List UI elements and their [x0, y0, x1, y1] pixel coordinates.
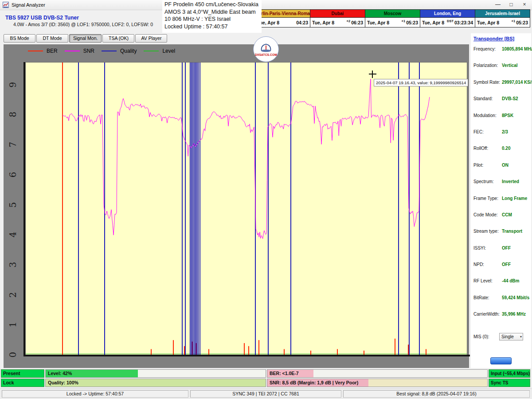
y-axis-label: 9 — [7, 79, 19, 90]
transponder-row: Spectrum:Inverted — [473, 179, 531, 196]
y-axis-label: 7 — [7, 139, 19, 150]
window-title: Signal Analyzer — [12, 0, 45, 10]
field-value: Transport — [502, 229, 522, 234]
clock-utc-offset: DST — [447, 19, 454, 23]
info-line-antenna: PF Prodelin 450 cm/Lučenec-Slovakia — [164, 1, 259, 8]
clock-date: Tue, Apr 8 — [312, 20, 334, 25]
clock-london-eng: London, EngTue, Apr 8DST03:23:34 — [420, 10, 475, 27]
field-label: FEC: — [473, 129, 502, 134]
transponder-row: Standard:DVB-S2 — [473, 96, 531, 113]
field-label: Standard: — [473, 96, 502, 101]
window-controls: — □ × — [491, 0, 531, 10]
satellite-dish-icon — [259, 43, 273, 53]
y-axis-label: 5 — [7, 199, 19, 211]
transponder-row: ISSYI:OFF — [473, 246, 531, 262]
status-progress-bar: SNR: 8,5 dB (Margin: 1,9 dB | Very Poor) — [267, 379, 488, 387]
logo-text: DXSATCS.COM — [255, 53, 277, 56]
legend-item-quality: Quality — [102, 48, 137, 54]
field-value: 59,424 Mbit/s — [502, 295, 529, 300]
legend-swatch — [65, 51, 80, 51]
y-axis-label: 3 — [7, 259, 19, 270]
status-row-2: Lock Quality: 100%SNR: 8,5 dB (Margin: 1… — [1, 379, 531, 387]
status-row2-bars: Quality: 100%SNR: 8,5 dB (Margin: 1,9 dB… — [45, 379, 488, 387]
title-bar: Signal Analyzer — □ × — [0, 0, 532, 10]
clock-date: Tue, Apr 8 — [367, 20, 389, 25]
mis-value: Single — [501, 333, 514, 340]
field-value: Inverted — [502, 179, 519, 184]
mis-row: MIS (0): Single ▾ — [473, 333, 523, 340]
transponder-row: RollOff:0.20 — [473, 146, 531, 162]
field-value: 8PSK — [502, 113, 513, 118]
transponder-row: Symbol Rate:29997,014 KS/s — [473, 80, 531, 96]
field-value: OFF — [502, 246, 511, 250]
tab-bs-mode[interactable]: BS Mode — [4, 34, 35, 43]
field-label: CarrierWidth: — [473, 312, 502, 317]
info-line-uptime: Locked Uptime : 57:40:57 — [164, 23, 259, 31]
clock-time: 05:23 — [516, 20, 528, 25]
field-label: Code Mode: — [473, 212, 502, 217]
field-label: BitRate: — [473, 295, 502, 300]
transponder-row: Frame Type:Long Frame — [473, 196, 531, 212]
tuner-subtitle: 4.0W - Amos 3/7 (ID: 3560) @ LOF1: 97500… — [13, 22, 153, 27]
mis-label: MIS (0): — [473, 334, 499, 339]
clock-utc-offset: +2 — [347, 19, 352, 23]
field-value: Long Frame — [502, 196, 527, 201]
sync-ts-lamp: Sync TS — [489, 379, 530, 387]
tab-dt-mode[interactable]: DT Mode — [36, 34, 68, 43]
clock-date: Tue, Apr 8 — [477, 20, 499, 25]
x-axis-line — [23, 355, 470, 356]
transponder-panel: Transponder [BS] Frequency:10805,894 MHz… — [471, 33, 531, 368]
field-label: ISSYI: — [473, 246, 502, 250]
antenna-info-block: PF Prodelin 450 cm/Lučenec-Slovakia AMOS… — [162, 0, 262, 33]
clock-time: 04:23 — [296, 20, 308, 25]
lock-lamp: Lock — [1, 379, 44, 387]
clock-time: 05:23 — [406, 20, 418, 25]
y-axis-label: 0 — [7, 349, 19, 360]
clock-city: Dubai — [310, 10, 365, 18]
field-label: RF Level: — [473, 278, 502, 283]
minimize-icon[interactable]: — — [491, 0, 505, 10]
info-line-frequency: 10 806 MHz-V : YES Israel — [164, 16, 259, 23]
tab-av-player[interactable]: AV Player — [135, 34, 167, 43]
transponder-row: CarrierWidth:35,996 MHz — [473, 312, 531, 328]
clock-berlin-paris-vienna-roma: Berlin-Paris-Vienna-RomaTue, Apr 804:23 — [255, 10, 310, 27]
legend-label: Level — [162, 48, 175, 54]
legend-label: BER — [47, 48, 58, 54]
clock-city: Jerusalem-Israel — [475, 10, 530, 18]
tuner-info: TBS 5927 USB DVB-S2 Tuner 4.0W - Amos 3/… — [5, 15, 153, 27]
maximize-icon[interactable]: □ — [505, 0, 518, 10]
tab-signal-mon[interactable]: Signal Mon. — [69, 34, 102, 43]
field-value: 29997,014 KS/s — [502, 80, 532, 85]
transponder-row: BitRate:59,424 Mbit/s — [473, 295, 531, 312]
signal-chart[interactable] — [26, 63, 467, 355]
legend-item-snr: SNR — [65, 48, 94, 54]
status-progress-label: SNR: 8,5 dB (Margin: 1,9 dB | Very Poor) — [267, 379, 487, 387]
status-progress-bar: BER: <1.0E-7 — [267, 369, 488, 378]
status-progress-label: Level: 42% — [46, 370, 266, 377]
mode-tabs: BS ModeDT ModeSignal Mon.TSA (OK)AV Play… — [4, 34, 167, 43]
legend-item-ber: BER — [28, 48, 58, 54]
info-line-satellite: AMOS 3 at 4,0°W_Middle East beam — [164, 8, 259, 16]
tab-tsa-ok[interactable]: TSA (OK) — [102, 34, 134, 43]
field-value: OFF — [502, 262, 511, 267]
legend-item-level: Level — [144, 48, 175, 54]
clock-dubai: DubaiTue, Apr 8+206:23 — [310, 10, 365, 27]
panel-action-button[interactable] — [490, 357, 512, 364]
y-axis-label: 6 — [7, 169, 19, 180]
world-clocks: Berlin-Paris-Vienna-RomaTue, Apr 804:23D… — [255, 9, 530, 27]
mis-select[interactable]: Single ▾ — [499, 333, 523, 340]
transponder-rows: Frequency:10805,894 MHzPolarization:Vert… — [473, 47, 531, 329]
field-label: Symbol Rate: — [473, 80, 502, 85]
transponder-row: NPD:OFF — [473, 262, 531, 278]
field-label: RollOff: — [473, 146, 502, 151]
status-row-1: Present Level: 42%BER: <1.0E-7 Input (~5… — [1, 369, 531, 378]
close-icon[interactable]: × — [518, 0, 531, 10]
tuner-title: TBS 5927 USB DVB-S2 Tuner — [5, 15, 153, 21]
field-value: 10805,894 MHz — [502, 47, 532, 51]
y-axis-label: 1 — [7, 319, 19, 330]
field-value: DVB-S2 — [502, 96, 518, 101]
field-value: 35,996 MHz — [502, 312, 526, 317]
transponder-title: Transponder [BS] — [471, 33, 531, 41]
legend-swatch — [102, 51, 117, 51]
statusbar-best-signal: Best signal: 8,8 dB (2025-04-07 19:16) — [343, 390, 530, 398]
